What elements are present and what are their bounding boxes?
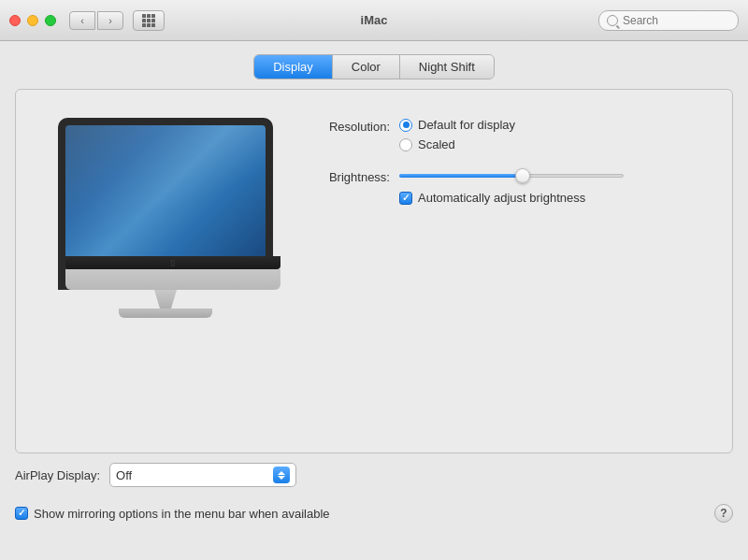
help-button[interactable]: ? (714, 504, 733, 523)
imac-base (119, 309, 212, 318)
back-button[interactable]: ‹ (69, 11, 95, 30)
nav-buttons: ‹ › (69, 11, 123, 30)
maximize-button[interactable] (45, 15, 56, 26)
radio-default-label: Default for display (418, 118, 515, 132)
airplay-value: Off (116, 468, 269, 482)
arrow-up-icon (278, 471, 285, 475)
radio-default-display[interactable]: Default for display (399, 118, 713, 132)
tab-display[interactable]: Display (254, 55, 333, 79)
tab-nightshift[interactable]: Night Shift (400, 55, 494, 79)
arrow-down-icon (278, 476, 285, 480)
tabs: Display Color Night Shift (253, 54, 495, 79)
auto-brightness-option[interactable]: ✓ Automatically adjust brightness (399, 191, 713, 205)
radio-scaled[interactable]: Scaled (399, 137, 713, 151)
mirroring-row[interactable]: ✓ Show mirroring options in the menu bar… (15, 507, 330, 521)
mirroring-checkbox[interactable]: ✓ (15, 507, 28, 520)
imac-screen-border:  (58, 118, 273, 290)
brightness-slider-container[interactable] (399, 168, 624, 183)
airplay-bar: AirPlay Display: Off (0, 453, 748, 496)
close-button[interactable] (9, 15, 21, 26)
brightness-slider-row (399, 168, 713, 183)
slider-fill (399, 174, 523, 178)
resolution-label: Resolution: (315, 118, 399, 134)
airplay-dropdown[interactable]: Off (109, 463, 296, 487)
grid-icon (142, 14, 155, 27)
imac-screen (65, 125, 266, 256)
imac-illustration:  (35, 108, 296, 434)
imac-bezel:  (65, 256, 280, 269)
window-title: iMac (361, 13, 388, 27)
settings-panel: Resolution: Default for display Scaled B… (315, 108, 713, 434)
dropdown-arrow-icon (273, 467, 290, 483)
minimize-button[interactable] (27, 15, 38, 26)
footer: ✓ Show mirroring options in the menu bar… (0, 496, 748, 530)
search-box[interactable] (598, 10, 739, 31)
auto-brightness-label: Automatically adjust brightness (418, 191, 585, 205)
auto-brightness-checkbox[interactable]: ✓ (399, 192, 412, 205)
imac-neck (147, 290, 184, 309)
airplay-label: AirPlay Display: (15, 468, 100, 482)
resolution-row: Resolution: Default for display Scaled (315, 118, 713, 157)
brightness-controls: ✓ Automatically adjust brightness (399, 168, 713, 205)
tab-color[interactable]: Color (333, 55, 400, 79)
brightness-track[interactable] (399, 174, 624, 178)
brightness-label: Brightness: (315, 168, 399, 184)
brightness-thumb[interactable] (515, 168, 530, 183)
mirroring-checkmark-icon: ✓ (18, 509, 25, 518)
radio-default-circle[interactable] (399, 119, 412, 132)
forward-button[interactable]: › (97, 11, 123, 30)
imac-chin (65, 269, 280, 290)
grid-button[interactable] (133, 10, 165, 31)
traffic-lights (9, 15, 56, 26)
radio-scaled-circle[interactable] (399, 138, 412, 151)
search-icon (607, 15, 618, 26)
mirroring-label: Show mirroring options in the menu bar w… (34, 507, 330, 521)
radio-scaled-label: Scaled (418, 137, 455, 151)
content-panel:  Resolution: Default for display Scaled (15, 89, 733, 453)
apple-logo:  (171, 258, 175, 268)
checkmark-icon: ✓ (402, 194, 410, 203)
resolution-controls: Default for display Scaled (399, 118, 713, 157)
search-input[interactable] (623, 14, 730, 27)
brightness-row: Brightness: ✓ Automatically a (315, 168, 713, 205)
tabs-container: Display Color Night Shift (0, 41, 748, 89)
title-bar: ‹ › iMac (0, 0, 748, 41)
